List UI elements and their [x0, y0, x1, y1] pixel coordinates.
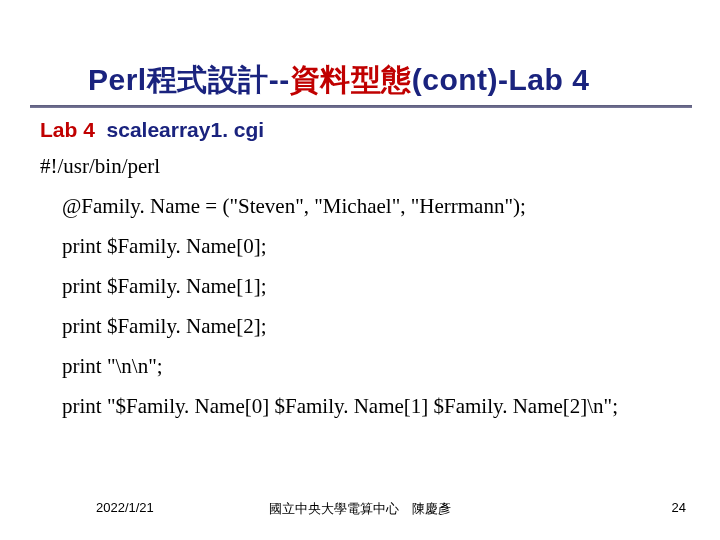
- footer-center: 國立中央大學電算中心 陳慶彥: [0, 500, 720, 518]
- code-block: #!/usr/bin/perl @Family. Name = ("Steven…: [0, 142, 720, 417]
- title-dash: --: [269, 63, 290, 96]
- code-line-6: print "$Family. Name[0] $Family. Name[1]…: [40, 396, 720, 417]
- title-part3: (cont)-Lab 4: [412, 63, 590, 96]
- code-line-3: print $Family. Name[1];: [40, 276, 720, 297]
- lab-label-blue: scalearray1. cgi: [107, 118, 265, 141]
- code-line-1: @Family. Name = ("Steven", "Michael", "H…: [40, 196, 720, 217]
- code-line-0: #!/usr/bin/perl: [40, 156, 720, 177]
- title-part2: 資料型態: [290, 63, 412, 96]
- footer-page: 24: [672, 500, 686, 515]
- code-line-4: print $Family. Name[2];: [40, 316, 720, 337]
- slide-title: Perl程式設計--資料型態(cont)-Lab 4: [88, 60, 720, 101]
- code-line-2: print $Family. Name[0];: [40, 236, 720, 257]
- footer: 2022/1/21 國立中央大學電算中心 陳慶彥 24: [0, 500, 720, 520]
- lab-label-red: Lab 4: [40, 118, 95, 141]
- code-line-5: print "\n\n";: [40, 356, 720, 377]
- lab-heading: Lab 4 scalearray1. cgi: [0, 108, 720, 142]
- title-part1: Perl程式設計: [88, 63, 269, 96]
- title-area: Perl程式設計--資料型態(cont)-Lab 4: [0, 0, 720, 101]
- slide: Perl程式設計--資料型態(cont)-Lab 4 Lab 4 scalear…: [0, 0, 720, 540]
